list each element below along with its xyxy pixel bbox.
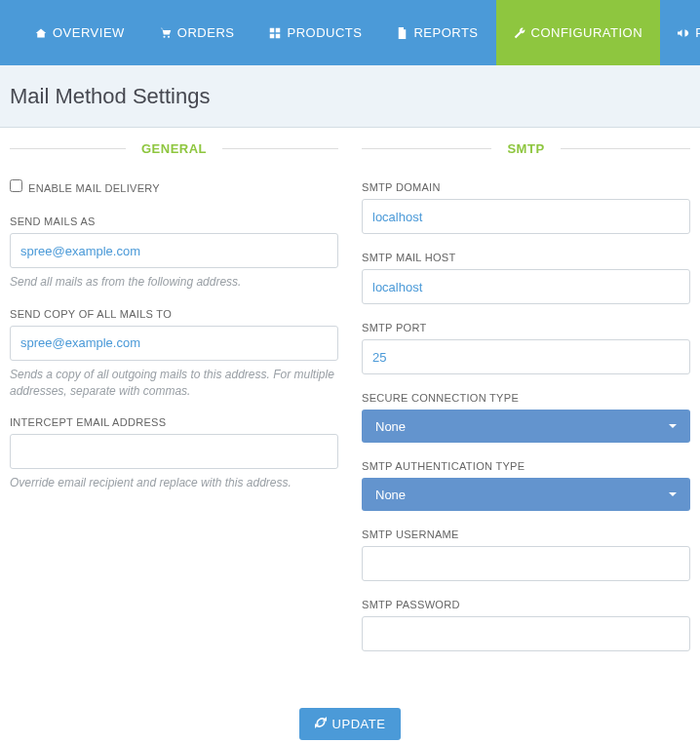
smtp-port-label: SMTP Port	[362, 322, 690, 333]
svg-rect-4	[270, 33, 275, 38]
nav-overview[interactable]: Overview	[18, 0, 142, 65]
auth-type-value: None	[375, 488, 406, 502]
cart-icon	[160, 27, 172, 39]
divider	[561, 148, 690, 149]
send-mails-as-input[interactable]	[10, 233, 338, 268]
send-mails-as-hint: Send all mails as from the following add…	[10, 274, 338, 291]
nav-reports-label: Reports	[413, 25, 478, 40]
enable-mail-checkbox[interactable]	[10, 179, 22, 192]
chevron-down-icon	[669, 424, 677, 428]
general-column: General Enable Mail Delivery Send Mails …	[10, 141, 338, 669]
intercept-input[interactable]	[10, 434, 338, 469]
auth-type-label: SMTP Authentication Type	[362, 460, 690, 472]
page-title: Mail Method Settings	[10, 84, 690, 109]
send-mails-as-field: Send Mails As Send all mails as from the…	[10, 215, 338, 291]
general-legend-text: General	[126, 141, 222, 156]
secure-type-field: Secure Connection Type None	[362, 392, 690, 443]
home-icon	[35, 27, 47, 39]
chevron-down-icon	[669, 492, 677, 496]
copy-to-input[interactable]	[10, 326, 338, 361]
wrench-icon	[514, 27, 525, 39]
nav-reports[interactable]: Reports	[379, 0, 495, 65]
smtp-password-label: SMTP Password	[362, 599, 690, 610]
secure-type-label: Secure Connection Type	[362, 392, 690, 404]
smtp-username-input[interactable]	[362, 546, 690, 581]
page-header: Mail Method Settings	[0, 65, 700, 128]
bullhorn-icon	[678, 27, 689, 39]
update-button-label: Update	[332, 717, 386, 731]
update-button[interactable]: Update	[299, 708, 402, 740]
nav-products-label: Products	[287, 25, 362, 40]
svg-rect-2	[270, 27, 275, 32]
nav-configuration-label: Configuration	[531, 25, 643, 40]
content: General Enable Mail Delivery Send Mails …	[0, 128, 700, 708]
file-icon	[397, 27, 408, 39]
copy-to-hint: Sends a copy of all outgoing mails to th…	[10, 367, 338, 400]
nav-orders-label: Orders	[177, 25, 235, 40]
smtp-legend: SMTP	[362, 141, 690, 156]
send-mails-as-label: Send Mails As	[10, 215, 338, 227]
intercept-label: Intercept Email Address	[10, 416, 338, 428]
grid-icon	[269, 27, 281, 39]
smtp-port-input[interactable]	[362, 339, 690, 374]
svg-rect-5	[276, 33, 281, 38]
nav-products[interactable]: Products	[252, 0, 379, 65]
auth-type-select[interactable]: None	[362, 478, 690, 511]
smtp-password-input[interactable]	[362, 616, 690, 651]
smtp-username-label: SMTP Username	[362, 528, 690, 540]
nav-promotions-label: P	[695, 25, 700, 40]
nav-configuration[interactable]: Configuration	[496, 0, 661, 65]
copy-to-field: Send Copy of All Mails To Sends a copy o…	[10, 308, 338, 400]
secure-type-select[interactable]: None	[362, 410, 690, 443]
refresh-icon	[315, 717, 327, 731]
enable-mail-label: Enable Mail Delivery	[28, 182, 160, 194]
general-legend: General	[10, 141, 338, 156]
smtp-port-field: SMTP Port	[362, 322, 690, 374]
smtp-domain-label: SMTP Domain	[362, 181, 690, 193]
nav-orders[interactable]: Orders	[142, 0, 253, 65]
secure-type-value: None	[375, 419, 406, 434]
smtp-legend-text: SMTP	[491, 141, 560, 156]
smtp-domain-input[interactable]	[362, 199, 690, 234]
smtp-domain-field: SMTP Domain	[362, 181, 690, 234]
svg-point-0	[163, 35, 165, 37]
divider	[10, 148, 126, 149]
smtp-host-field: SMTP Mail Host	[362, 252, 690, 304]
enable-mail-row: Enable Mail Delivery	[10, 181, 338, 194]
svg-rect-3	[276, 27, 281, 32]
auth-type-field: SMTP Authentication Type None	[362, 460, 690, 511]
top-nav: Overview Orders Products Reports Configu…	[0, 0, 700, 65]
svg-point-1	[168, 35, 170, 37]
copy-to-label: Send Copy of All Mails To	[10, 308, 338, 320]
intercept-hint: Override email recipient and replace wit…	[10, 475, 338, 491]
divider	[362, 148, 491, 149]
smtp-host-input[interactable]	[362, 269, 690, 304]
smtp-column: SMTP SMTP Domain SMTP Mail Host SMTP Por…	[362, 141, 690, 669]
intercept-field: Intercept Email Address Override email r…	[10, 416, 338, 491]
form-actions: Update	[0, 708, 700, 743]
nav-overview-label: Overview	[53, 25, 125, 40]
nav-promotions[interactable]: P	[660, 0, 700, 65]
smtp-username-field: SMTP Username	[362, 528, 690, 581]
smtp-password-field: SMTP Password	[362, 599, 690, 651]
smtp-host-label: SMTP Mail Host	[362, 252, 690, 263]
divider	[222, 148, 338, 149]
